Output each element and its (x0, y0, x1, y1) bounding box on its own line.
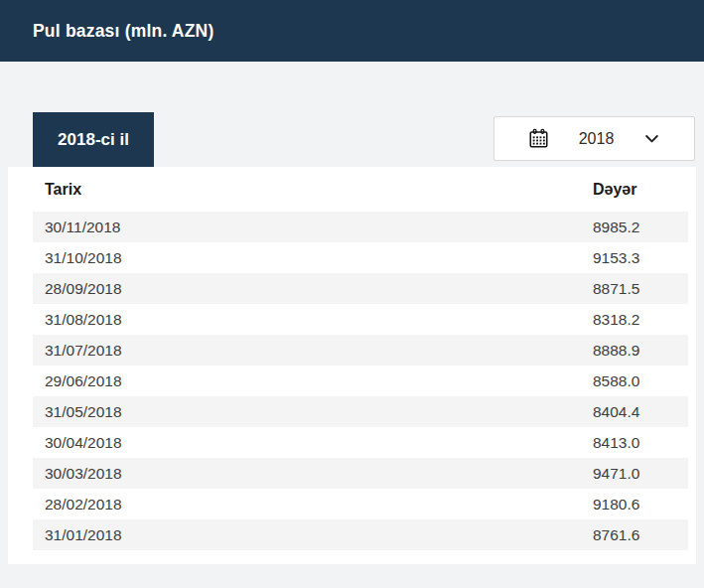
date-cell: 31/05/2018 (33, 396, 593, 427)
date-cell: 28/09/2018 (33, 273, 593, 304)
value-cell: 8588.0 (593, 366, 688, 396)
table-row: 28/02/20189180.6 (33, 489, 688, 519)
value-cell: 8413.0 (593, 427, 688, 458)
value-cell: 8888.9 (593, 335, 688, 366)
value-cell: 8404.4 (593, 396, 688, 427)
date-cell: 31/08/2018 (33, 304, 593, 335)
money-base-widget: Pul bazası (mln. AZN) 2018-ci il 2018 (0, 0, 704, 588)
chevron-down-icon (643, 130, 660, 147)
date-cell: 31/01/2018 (33, 519, 593, 550)
column-header-date: Tarix (33, 167, 593, 212)
table-header-row: Tarix Dəyər (33, 167, 688, 212)
value-cell: 8761.6 (593, 519, 688, 550)
value-cell: 8985.2 (593, 212, 688, 242)
value-cell: 8871.5 (593, 273, 688, 304)
date-cell: 30/04/2018 (33, 427, 593, 458)
value-cell: 8318.2 (593, 304, 688, 335)
year-dropdown-value: 2018 (579, 130, 615, 148)
date-cell: 29/06/2018 (33, 366, 593, 396)
table-row: 31/07/20188888.9 (33, 335, 688, 366)
calendar-icon (528, 128, 549, 149)
table-body: 30/11/20188985.231/10/20189153.328/09/20… (33, 212, 688, 550)
table-row: 30/04/20188413.0 (33, 427, 688, 458)
date-cell: 30/03/2018 (33, 458, 593, 489)
year-dropdown[interactable]: 2018 (493, 116, 695, 161)
year-badge: 2018-ci il (33, 112, 154, 167)
value-cell: 9180.6 (593, 489, 688, 519)
toolbar: 2018-ci il 2018 (0, 62, 704, 167)
date-cell: 30/11/2018 (33, 212, 593, 242)
table-row: 31/08/20188318.2 (33, 304, 688, 335)
value-cell: 9153.3 (593, 242, 688, 273)
table-row: 29/06/20188588.0 (33, 366, 688, 396)
data-panel: Tarix Dəyər 30/11/20188985.231/10/201891… (8, 167, 696, 564)
table-row: 31/05/20188404.4 (33, 396, 688, 427)
date-cell: 28/02/2018 (33, 489, 593, 519)
table-row: 30/03/20189471.0 (33, 458, 688, 489)
widget-header: Pul bazası (mln. AZN) (0, 0, 704, 62)
date-cell: 31/10/2018 (33, 242, 593, 273)
value-cell: 9471.0 (593, 458, 688, 489)
column-header-value: Dəyər (593, 167, 688, 212)
table-row: 30/11/20188985.2 (33, 212, 688, 242)
table-row: 28/09/20188871.5 (33, 273, 688, 304)
table-row: 31/01/20188761.6 (33, 519, 688, 550)
table-row: 31/10/20189153.3 (33, 242, 688, 273)
widget-title: Pul bazası (mln. AZN) (33, 21, 213, 42)
money-base-table: Tarix Dəyər 30/11/20188985.231/10/201891… (33, 167, 688, 550)
date-cell: 31/07/2018 (33, 335, 593, 366)
